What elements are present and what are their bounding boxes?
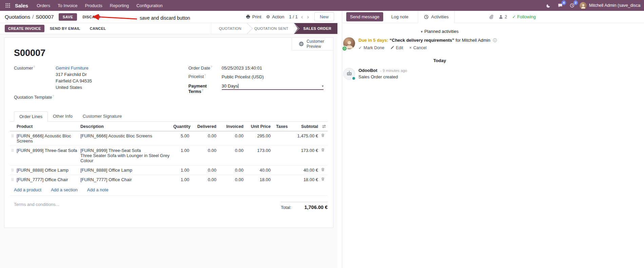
cell-quantity[interactable]: 1.00 (172, 165, 191, 175)
send-by-email-button[interactable]: SEND BY EMAIL (46, 25, 84, 32)
terms-and-conditions-field[interactable]: Terms and conditions... (10, 202, 59, 207)
print-button[interactable]: Print (246, 14, 261, 19)
app-title[interactable]: Sales (15, 3, 28, 8)
user-menu[interactable]: Mitchell Admin (save_discar (580, 2, 641, 9)
menu-configuration[interactable]: Configuration (133, 3, 166, 8)
dropdown-caret-icon[interactable]: ▾ (322, 84, 324, 88)
cell-product[interactable]: [FURN_7777] Office Chair (15, 175, 79, 184)
cell-product[interactable]: [FURN_6666] Acoustic Bloc Screens (15, 131, 79, 146)
cell-delivered[interactable]: 0.00 (191, 146, 218, 165)
delete-row-icon[interactable] (321, 168, 325, 172)
optional-columns-icon[interactable] (322, 124, 326, 129)
action-button[interactable]: ⚙ Action (266, 14, 285, 19)
payment-terms-input[interactable]: 30 Days ▾ (222, 83, 324, 90)
pager-next-icon[interactable]: › (306, 14, 310, 20)
cell-delivered[interactable]: 0.00 (191, 165, 218, 175)
messages-icon[interactable]: 4 (556, 2, 565, 9)
table-row[interactable]: ⠿ [FURN_8888] Office Lamp [FURN_8888] Of… (10, 165, 328, 175)
cell-description[interactable]: [FURN_7777] Office Chair (79, 175, 172, 184)
message-author[interactable]: OdooBot (358, 68, 377, 73)
stage-quotation-sent[interactable]: QUOTATION SENT (247, 23, 294, 34)
cell-quantity[interactable]: 1.00 (172, 146, 191, 165)
cell-quantity[interactable]: 1.00 (172, 175, 191, 184)
pager-previous-icon[interactable]: ‹ (300, 14, 304, 20)
cancel-activity-button[interactable]: × Cancel (409, 45, 427, 50)
tab-customer-signature[interactable]: Customer Signature (78, 111, 127, 122)
cell-description[interactable]: [FURN_8999] Three-Seat Sofa Three Seater… (79, 146, 172, 165)
cell-delivered[interactable]: 0.00 (191, 131, 218, 146)
table-row[interactable]: ⠿ [FURN_6666] Acoustic Bloc Screens [FUR… (10, 131, 328, 146)
cell-product[interactable]: [FURN_8888] Office Lamp (15, 165, 79, 175)
drag-handle-icon[interactable]: ⠿ (11, 178, 14, 182)
cell-unit-price[interactable]: 295.00 (245, 131, 272, 146)
tab-other-info[interactable]: Other Info (48, 111, 78, 122)
stage-quotation[interactable]: QUOTATION (211, 23, 247, 34)
invoiced-column-header[interactable]: Invoiced (218, 122, 245, 131)
cell-quantity[interactable]: 5.00 (172, 131, 191, 146)
customer-preview-button[interactable]: Customer Preview (292, 38, 333, 51)
cell-taxes[interactable] (272, 165, 293, 175)
log-note-button[interactable]: Log note (389, 12, 411, 21)
activities-tab[interactable]: Activities (418, 11, 454, 23)
cell-unit-price[interactable]: 173.00 (245, 146, 272, 165)
activities-clock-icon[interactable]: 2 (568, 2, 577, 9)
edit-activity-button[interactable]: Edit (390, 45, 403, 50)
taxes-column-header[interactable]: Taxes (272, 122, 293, 131)
table-row[interactable]: ⠿ [FURN_8999] Three-Seat Sofa [FURN_8999… (10, 146, 328, 165)
breadcrumb-quotations[interactable]: Quotations (5, 14, 30, 20)
create-invoice-button[interactable]: CREATE INVOICE (5, 25, 44, 32)
apps-grid-icon[interactable] (3, 3, 12, 8)
cell-product[interactable]: [FURN_8999] Three-Seat Sofa (15, 146, 79, 165)
pricelist-value[interactable]: Public Pricelist (USD) (222, 74, 264, 79)
order-date-value[interactable]: 05/25/2023 15:40:01 (222, 65, 262, 71)
cell-invoiced[interactable]: 0.00 (218, 165, 245, 175)
cell-unit-price[interactable]: 18.00 (245, 175, 272, 184)
info-icon[interactable] (493, 38, 497, 42)
cell-taxes[interactable] (272, 175, 293, 184)
delete-row-icon[interactable] (321, 177, 325, 181)
cell-taxes[interactable] (272, 146, 293, 165)
cell-delivered[interactable]: 0.00 (191, 175, 218, 184)
stage-sales-order[interactable]: SALES ORDER (294, 23, 337, 34)
delete-row-icon[interactable] (321, 148, 325, 152)
description-column-header[interactable]: Description (79, 122, 172, 131)
cell-invoiced[interactable]: 0.00 (218, 175, 245, 184)
menu-products[interactable]: Products (81, 3, 106, 8)
add-product-link[interactable]: Add a product (14, 187, 41, 192)
dark-mode-moon-icon[interactable] (544, 2, 553, 9)
product-column-header[interactable]: Product (15, 122, 79, 131)
tab-order-lines[interactable]: Order Lines (14, 111, 48, 122)
discard-button[interactable]: DISCARD (79, 13, 104, 21)
drag-handle-icon[interactable]: ⠿ (11, 134, 14, 138)
record-title[interactable]: S00007 (14, 48, 333, 58)
delete-row-icon[interactable] (321, 133, 325, 137)
followers-button[interactable]: 2 (499, 14, 507, 19)
menu-orders[interactable]: Orders (33, 3, 54, 8)
drag-handle-icon[interactable]: ⠿ (11, 149, 14, 153)
save-button[interactable]: SAVE (59, 13, 77, 21)
following-button[interactable]: ✓ Following (512, 14, 536, 19)
drag-handle-icon[interactable]: ⠿ (11, 168, 14, 172)
quantity-column-header[interactable]: Quantity (172, 122, 191, 131)
menu-to-invoice[interactable]: To Invoice (54, 3, 81, 8)
cancel-button[interactable]: CANCEL (86, 25, 110, 32)
paperclip-icon[interactable] (489, 15, 493, 19)
unit-price-column-header[interactable]: Unit Price (245, 122, 272, 131)
cell-unit-price[interactable]: 40.00 (245, 165, 272, 175)
new-button[interactable]: New (314, 12, 334, 21)
cell-invoiced[interactable]: 0.00 (218, 131, 245, 146)
table-row[interactable]: ⠿ [FURN_7777] Office Chair [FURN_7777] O… (10, 175, 328, 184)
mark-done-button[interactable]: ✓ Mark Done (358, 45, 384, 50)
cell-invoiced[interactable]: 0.00 (218, 146, 245, 165)
cell-description[interactable]: [FURN_6666] Acoustic Bloc Screens (79, 131, 172, 146)
send-message-button[interactable]: Send message (346, 12, 383, 21)
planned-activities-header[interactable]: ▾Planned activities (342, 26, 537, 36)
add-note-link[interactable]: Add a note (87, 187, 109, 192)
cell-description[interactable]: [FURN_8888] Office Lamp (79, 165, 172, 175)
add-section-link[interactable]: Add a section (51, 187, 78, 192)
customer-link[interactable]: Gemini Furniture (56, 65, 89, 71)
menu-reporting[interactable]: Reporting (106, 3, 133, 8)
subtotal-column-header[interactable]: Subtotal (293, 122, 319, 131)
delivered-column-header[interactable]: Delivered (191, 122, 218, 131)
cell-taxes[interactable] (272, 131, 293, 146)
